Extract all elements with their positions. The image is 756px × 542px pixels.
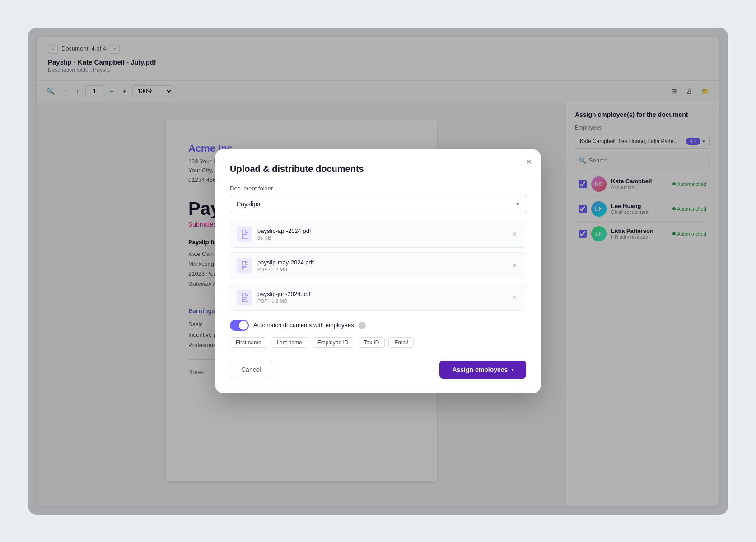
toggle-knob	[239, 321, 248, 330]
file-name-apr: payslip-apr-2024.pdf	[257, 227, 504, 234]
file-remove-jun[interactable]: ×	[510, 292, 519, 302]
file-remove-apr[interactable]: ×	[510, 229, 519, 239]
tag-employeeid[interactable]: Employee ID	[312, 337, 355, 348]
file-info-may: payslip-may-2024.pdf PDF · 1.2 MB	[257, 259, 504, 272]
assign-employees-button[interactable]: Assign employees ›	[439, 361, 526, 379]
folder-label: Document folder	[230, 185, 526, 192]
folder-value: Payslips	[237, 200, 260, 208]
file-icon-jun	[237, 290, 252, 305]
file-size-apr: 95 KB	[257, 235, 504, 241]
file-list: payslip-apr-2024.pdf 95 KB × pays	[230, 221, 526, 311]
file-item-apr: payslip-apr-2024.pdf 95 KB ×	[230, 221, 526, 248]
file-remove-may[interactable]: ×	[510, 261, 519, 271]
file-name-may: payslip-may-2024.pdf	[257, 259, 504, 266]
tag-taxid[interactable]: Tax ID	[358, 337, 385, 348]
assign-employees-label: Assign employees	[452, 366, 508, 373]
automatch-toggle[interactable]	[230, 320, 249, 331]
automatch-label: Automatch documents with employees	[253, 322, 354, 329]
modal-footer: Cancel Assign employees ›	[230, 361, 526, 379]
file-size-jun: PDF · 1.2 MB	[257, 298, 504, 304]
info-icon[interactable]: i	[359, 322, 366, 329]
tag-row: First name Last name Employee ID Tax ID …	[230, 337, 526, 348]
tag-firstname[interactable]: First name	[230, 337, 267, 348]
automatch-row: Automatch documents with employees i	[230, 320, 526, 331]
assign-chevron-icon: ›	[511, 366, 513, 373]
modal-title: Upload & distribute documents	[230, 164, 526, 174]
tag-lastname[interactable]: Last name	[271, 337, 308, 348]
folder-select[interactable]: Payslips ▾	[230, 195, 526, 213]
file-icon-may	[237, 258, 252, 273]
cancel-button[interactable]: Cancel	[230, 361, 272, 378]
file-icon-apr	[237, 227, 252, 242]
modal-close-button[interactable]: ×	[526, 157, 532, 167]
file-item-jun: payslip-jun-2024.pdf PDF · 1.2 MB ×	[230, 284, 526, 311]
modal-overlay: × Upload & distribute documents Document…	[28, 28, 728, 515]
upload-distribute-modal: × Upload & distribute documents Document…	[215, 149, 541, 393]
file-info-jun: payslip-jun-2024.pdf PDF · 1.2 MB	[257, 291, 504, 304]
file-info-apr: payslip-apr-2024.pdf 95 KB	[257, 227, 504, 241]
tag-email[interactable]: Email	[388, 337, 414, 348]
file-item-may: payslip-may-2024.pdf PDF · 1.2 MB ×	[230, 252, 526, 279]
file-name-jun: payslip-jun-2024.pdf	[257, 291, 504, 297]
folder-chevron-icon: ▾	[516, 200, 519, 208]
file-size-may: PDF · 1.2 MB	[257, 267, 504, 272]
